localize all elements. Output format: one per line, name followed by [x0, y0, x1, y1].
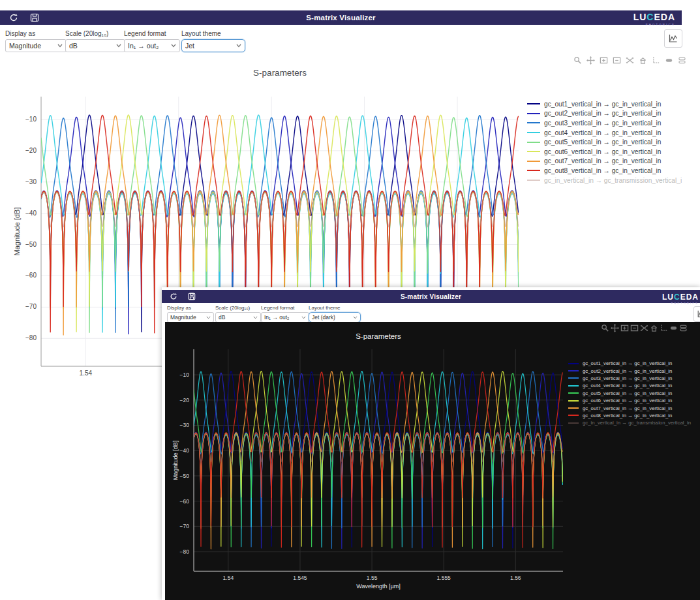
- legend-label: gc_in_vertical_in → gc_transmission_vert…: [583, 420, 691, 426]
- legend-item[interactable]: gc_out3_vertical_in → gc_in_vertical_in: [568, 375, 700, 382]
- legend-item[interactable]: gc_out8_vertical_in → gc_in_vertical_in: [527, 166, 682, 176]
- svg-text:1.54: 1.54: [80, 370, 93, 377]
- legend-swatch: [527, 151, 540, 152]
- legend-label: gc_out8_vertical_in → gc_in_vertical_in: [583, 413, 672, 418]
- legend-swatch: [527, 142, 540, 143]
- svg-text:−10: −10: [180, 371, 190, 378]
- layout-theme-select[interactable]: Jet (dark): [309, 312, 361, 323]
- legend-label: gc_out5_vertical_in → gc_in_vertical_in: [544, 138, 662, 146]
- legend-item[interactable]: gc_out7_vertical_in → gc_in_vertical_in: [527, 157, 682, 166]
- legend-item[interactable]: gc_out6_vertical_in → gc_in_vertical_in: [527, 147, 682, 157]
- new-plot-button[interactable]: [693, 306, 700, 322]
- legend-label: gc_in_vertical_in → gc_transmission_vert…: [544, 177, 682, 184]
- svg-text:−20: −20: [180, 397, 190, 403]
- legend-item[interactable]: gc_in_vertical_in → gc_transmission_vert…: [527, 176, 682, 185]
- legend-item[interactable]: gc_out5_vertical_in → gc_in_vertical_in: [527, 137, 682, 147]
- legend-label: gc_out6_vertical_in → gc_in_vertical_in: [544, 148, 662, 155]
- display-as-control: Display as Magnitude: [167, 305, 214, 323]
- front-window: S-matrix Visualizer LUCEDA PHOTONICS Dis…: [162, 287, 700, 600]
- legend-swatch: [568, 377, 579, 379]
- luceda-logo-sub: PHOTONICS: [662, 303, 699, 306]
- svg-text:−50: −50: [180, 473, 190, 479]
- legend-swatch: [568, 400, 579, 402]
- scale-label: Scale (20log₁₀): [215, 305, 261, 311]
- legend-swatch: [568, 370, 579, 371]
- legend-item[interactable]: gc_out2_vertical_in → gc_in_vertical_in: [527, 109, 682, 119]
- svg-text:1.56: 1.56: [510, 575, 521, 581]
- legend-item[interactable]: gc_out4_vertical_in → gc_in_vertical_in: [527, 128, 682, 138]
- chevron-down-icon: [301, 316, 306, 319]
- legend-item[interactable]: gc_out3_vertical_in → gc_in_vertical_in: [527, 118, 682, 128]
- legend-format-control: Legend format In₁ → out₂: [261, 305, 309, 323]
- svg-text:−50: −50: [25, 241, 37, 248]
- layout-theme-label: Layout theme: [309, 305, 361, 311]
- legend-swatch: [568, 407, 579, 409]
- legend-label: gc_out1_vertical_in → gc_in_vertical_in: [544, 101, 662, 108]
- svg-text:−20: −20: [25, 147, 37, 154]
- svg-text:−60: −60: [25, 272, 37, 279]
- legend-swatch: [527, 180, 540, 181]
- svg-text:1.545: 1.545: [293, 575, 307, 581]
- luceda-logo: LUCEDA PHOTONICS: [662, 291, 699, 305]
- legend-item[interactable]: gc_out8_vertical_in → gc_in_vertical_in: [568, 412, 700, 419]
- legend-swatch: [568, 392, 579, 394]
- legend-item[interactable]: gc_out7_vertical_in → gc_in_vertical_in: [568, 404, 700, 411]
- legend-item[interactable]: gc_out2_vertical_in → gc_in_vertical_in: [568, 367, 700, 374]
- svg-text:Wavelength [µm]: Wavelength [µm]: [356, 583, 400, 590]
- svg-text:−70: −70: [180, 523, 190, 529]
- chevron-down-icon: [353, 316, 358, 319]
- titlebar: S-matrix Visualizer LUCEDA PHOTONICS: [162, 290, 700, 303]
- svg-text:−80: −80: [180, 548, 190, 555]
- display-as-select[interactable]: Magnitude: [167, 312, 214, 323]
- dark-plot-panel: S-parameters −10−20−30−40−50−60−70−801.5…: [165, 322, 700, 600]
- svg-text:−30: −30: [180, 422, 190, 428]
- plot-legend: gc_out1_vertical_in → gc_in_vertical_ing…: [527, 99, 682, 191]
- legend-swatch: [527, 113, 540, 114]
- legend-label: gc_out7_vertical_in → gc_in_vertical_in: [583, 405, 672, 411]
- legend-item[interactable]: gc_out5_vertical_in → gc_in_vertical_in: [568, 390, 700, 397]
- legend-item[interactable]: gc_out1_vertical_in → gc_in_vertical_in: [568, 360, 700, 367]
- legend-item[interactable]: gc_out4_vertical_in → gc_in_vertical_in: [568, 382, 700, 389]
- legend-label: gc_out2_vertical_in → gc_in_vertical_in: [544, 110, 662, 117]
- screen: S-matrix Visualizer LUCEDA PHOTONICS Dis…: [0, 0, 700, 600]
- legend-label: gc_out6_vertical_in → gc_in_vertical_in: [583, 398, 672, 403]
- svg-text:−10: −10: [25, 116, 37, 123]
- chevron-down-icon: [206, 316, 211, 319]
- legend-label: gc_out1_vertical_in → gc_in_vertical_in: [583, 360, 672, 366]
- layout-theme-control: Layout theme Jet (dark): [309, 305, 361, 323]
- svg-text:Magnitude [dB]: Magnitude [dB]: [13, 208, 21, 256]
- svg-text:−30: −30: [25, 178, 37, 185]
- scale-select[interactable]: dB: [215, 312, 261, 323]
- scale-control: Scale (20log₁₀) dB: [215, 305, 261, 323]
- legend-item[interactable]: gc_in_vertical_in → gc_transmission_vert…: [568, 419, 700, 426]
- legend-swatch: [568, 363, 579, 364]
- legend-swatch: [527, 161, 540, 162]
- legend-label: gc_out7_vertical_in → gc_in_vertical_in: [544, 157, 662, 165]
- legend-format-select[interactable]: In₁ → out₂: [261, 312, 309, 323]
- legend-swatch: [527, 132, 540, 133]
- legend-label: gc_out3_vertical_in → gc_in_vertical_in: [544, 119, 662, 127]
- legend-swatch: [527, 170, 540, 171]
- legend-swatch: [527, 103, 540, 104]
- legend-label: gc_out8_vertical_in → gc_in_vertical_in: [544, 167, 662, 174]
- svg-text:−40: −40: [25, 210, 37, 217]
- legend-label: gc_out2_vertical_in → gc_in_vertical_in: [583, 368, 672, 374]
- legend-item[interactable]: gc_out6_vertical_in → gc_in_vertical_in: [568, 397, 700, 404]
- svg-text:1.555: 1.555: [437, 575, 451, 581]
- legend-swatch: [527, 122, 540, 123]
- legend-swatch: [568, 415, 579, 416]
- display-as-label: Display as: [167, 305, 214, 311]
- svg-text:Magnitude [dB]: Magnitude [dB]: [172, 441, 179, 481]
- legend-item[interactable]: gc_out1_vertical_in → gc_in_vertical_in: [527, 99, 682, 109]
- legend-label: gc_out5_vertical_in → gc_in_vertical_in: [583, 390, 672, 396]
- legend-format-label: Legend format: [261, 305, 309, 311]
- svg-text:−60: −60: [180, 498, 190, 505]
- svg-text:−40: −40: [180, 447, 190, 454]
- legend-label: gc_out4_vertical_in → gc_in_vertical_in: [544, 129, 662, 136]
- svg-text:−70: −70: [25, 303, 37, 310]
- chevron-down-icon: [253, 316, 258, 319]
- legend-label: gc_out4_vertical_in → gc_in_vertical_in: [583, 383, 672, 388]
- line-chart-icon: [697, 309, 700, 319]
- svg-text:1.55: 1.55: [367, 575, 378, 581]
- legend-swatch: [568, 422, 579, 424]
